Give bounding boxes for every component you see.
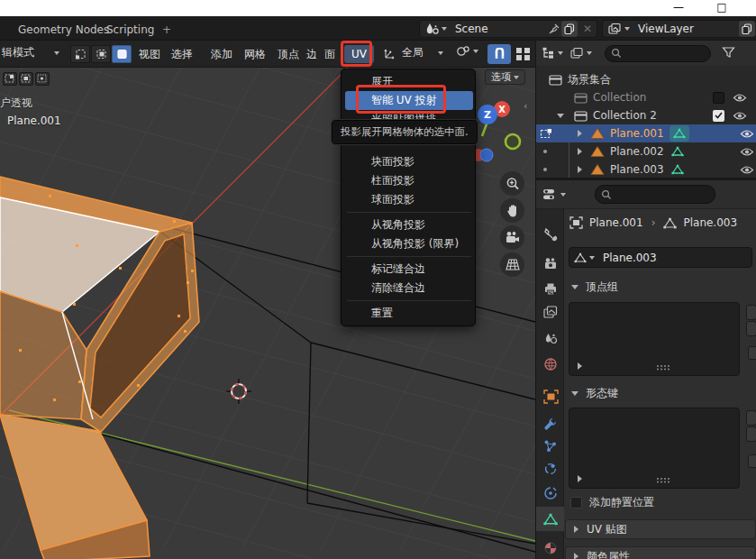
view-layer-name-field[interactable]: ViewLayer <box>633 23 738 35</box>
zoom-button[interactable] <box>500 171 524 196</box>
vertex-group-remove-button[interactable] <box>746 321 756 336</box>
edge-select-mode-button[interactable] <box>91 45 111 63</box>
menu-add[interactable]: 添加 <box>204 45 240 63</box>
list-expand-icon[interactable] <box>578 362 582 370</box>
snap-toggle-button[interactable] <box>487 44 511 64</box>
outliner-row-plane-001[interactable]: Plane.001 <box>536 124 756 142</box>
list-expand-icon[interactable] <box>578 475 582 482</box>
viewport-3d[interactable]: 户透视 Plane.001 选项 X Z ‹ <box>0 68 535 559</box>
expand-arrow-icon[interactable] <box>578 148 582 155</box>
menu-item-project-from-view-bounds[interactable]: 从视角投影 (限界) <box>342 234 477 253</box>
tab-view-layer[interactable] <box>539 301 562 323</box>
pin-icon[interactable] <box>548 23 560 35</box>
menu-mesh[interactable]: 网格 <box>237 45 273 63</box>
scene-name-field[interactable]: Scene <box>450 23 548 35</box>
outliner-row-collection[interactable]: Collection <box>536 88 756 106</box>
tab-particles[interactable] <box>539 435 562 457</box>
minimize-button[interactable]: — <box>667 0 690 16</box>
menu-item-reset[interactable]: 重置 <box>342 304 477 323</box>
menu-select[interactable]: 选择 <box>164 45 200 63</box>
vertex-groups-section-header[interactable]: 顶点组 <box>571 280 618 295</box>
resize-grip-icon[interactable] <box>656 477 670 483</box>
shape-key-remove-button[interactable] <box>746 426 756 442</box>
tab-modifiers[interactable] <box>539 413 562 435</box>
breadcrumb-object-label[interactable]: Plane.001 <box>589 216 643 229</box>
eye-icon[interactable] <box>740 147 754 157</box>
vertex-group-add-button[interactable] <box>746 305 756 320</box>
vertex-group-specials-button[interactable] <box>748 346 756 360</box>
eye-icon[interactable] <box>740 165 754 175</box>
properties-editor-type-selector[interactable] <box>542 188 566 201</box>
breadcrumb-data-label[interactable]: Plane.003 <box>683 216 737 229</box>
maximize-button[interactable]: □ <box>710 0 733 16</box>
outliner-row-collection-2[interactable]: Collection 2 <box>536 106 756 124</box>
eye-icon[interactable] <box>740 129 754 139</box>
menu-item-cylinder-projection[interactable]: 柱面投影 <box>342 171 477 190</box>
new-scene-button[interactable] <box>561 21 578 37</box>
outliner-filter-button[interactable] <box>722 46 735 61</box>
outliner-filter-type-selector[interactable] <box>570 47 592 60</box>
uv-maps-section-header[interactable]: UV 贴图 <box>565 519 756 539</box>
select-circle-tool-button[interactable] <box>35 72 50 86</box>
expand-arrow-icon[interactable] <box>578 130 582 137</box>
tab-object[interactable] <box>539 386 562 408</box>
expand-arrow-icon[interactable] <box>578 166 582 173</box>
mode-selector[interactable]: 辑模式 <box>2 45 59 60</box>
tab-world[interactable] <box>539 353 562 375</box>
tab-object-data[interactable] <box>539 509 562 530</box>
tab-physics[interactable] <box>539 458 562 480</box>
properties-search-input[interactable] <box>595 185 715 204</box>
outliner-row-scene-collection[interactable]: 场景集合 <box>536 70 756 88</box>
proportional-editing-button[interactable] <box>515 47 531 64</box>
menu-view[interactable]: 视图 <box>132 45 168 63</box>
perspective-toggle-button[interactable] <box>500 252 524 277</box>
gizmo-y-axis[interactable] <box>506 134 520 149</box>
shape-key-add-button[interactable] <box>746 410 756 426</box>
outliner-search-input[interactable] <box>605 45 711 62</box>
outliner-row-plane-002[interactable]: Plane.002 <box>536 142 756 160</box>
outliner-display-mode-selector[interactable] <box>542 47 563 60</box>
select-box-tool-button[interactable] <box>19 72 33 86</box>
eye-icon[interactable] <box>733 93 747 103</box>
rest-position-checkbox[interactable] <box>570 497 582 509</box>
mesh-data-badge[interactable] <box>669 125 689 142</box>
options-dropdown[interactable]: 选项 <box>485 69 525 85</box>
shape-keys-section-header[interactable]: 形态键 <box>571 386 618 401</box>
view-layer-browse-button[interactable] <box>603 23 633 35</box>
scene-browse-button[interactable] <box>420 23 450 35</box>
expand-arrow-icon[interactable] <box>557 114 564 118</box>
collection-exclude-checkbox[interactable] <box>713 92 724 104</box>
color-attributes-section-header[interactable]: 颜色属性 <box>565 546 756 559</box>
shape-keys-list[interactable] <box>569 408 740 489</box>
shape-key-specials-button[interactable] <box>748 454 756 468</box>
add-workspace-button[interactable]: + <box>153 20 180 40</box>
gizmo-negative-z-axis[interactable] <box>480 149 493 161</box>
snap-target-selector[interactable] <box>456 45 478 58</box>
tab-output[interactable] <box>539 278 562 299</box>
face-select-mode-button[interactable] <box>112 45 132 63</box>
tab-scene[interactable] <box>539 327 562 349</box>
tab-tool[interactable] <box>539 224 562 245</box>
menu-face[interactable]: 面 <box>317 45 342 63</box>
resize-grip-icon[interactable] <box>656 364 670 371</box>
menu-item-mark-seam[interactable]: 标记缝合边 <box>342 260 477 279</box>
pan-button[interactable] <box>500 198 524 223</box>
outliner-row-plane-003[interactable]: Plane.003 <box>536 160 756 179</box>
tab-material[interactable] <box>539 537 562 559</box>
menu-item-sphere-projection[interactable]: 球面投影 <box>342 190 477 209</box>
menu-item-cube-projection[interactable]: 块面投影 <box>342 152 477 171</box>
unlink-scene-button[interactable]: ✕ <box>578 23 597 35</box>
tab-render[interactable] <box>539 252 562 274</box>
transform-orientation-selector[interactable]: 全局 <box>384 45 443 60</box>
vertex-select-mode-button[interactable] <box>70 45 90 63</box>
menu-item-clear-seam[interactable]: 清除缝合边 <box>342 279 477 298</box>
camera-view-button[interactable] <box>500 225 524 250</box>
new-view-layer-button[interactable] <box>739 21 755 37</box>
eye-icon[interactable] <box>733 111 747 121</box>
collection-2-exclude-checkbox[interactable] <box>713 110 724 122</box>
menu-item-project-from-view[interactable]: 从视角投影 <box>342 215 477 234</box>
tab-constraints[interactable] <box>539 482 562 504</box>
select-tweak-tool-button[interactable] <box>3 72 17 86</box>
vertex-groups-list[interactable] <box>569 302 740 376</box>
mesh-name-field[interactable]: Plane.003 <box>569 247 752 268</box>
